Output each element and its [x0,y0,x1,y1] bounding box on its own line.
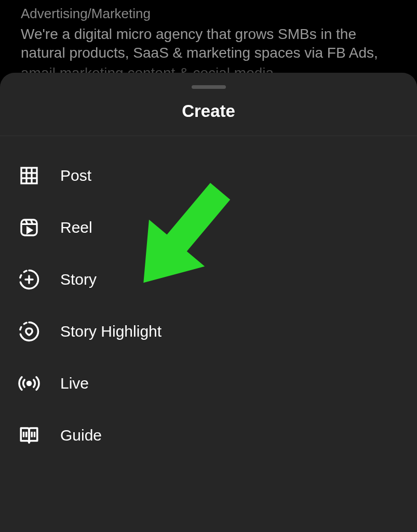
menu-label: Guide [60,427,102,444]
svg-rect-5 [21,220,37,235]
profile-background-text: Advertising/Marketing We're a digital mi… [21,5,396,83]
sheet-grabber[interactable] [192,85,226,89]
live-icon [18,372,41,395]
menu-item-post[interactable]: Post [0,150,417,202]
svg-rect-0 [21,168,37,183]
create-menu: Post Reel [0,136,417,461]
menu-label: Story [60,271,97,288]
reel-icon [18,216,41,239]
menu-label: Reel [60,219,92,236]
profile-description-line2: natural products, SaaS & marketing space… [21,44,396,62]
create-bottom-sheet: Create Post [0,73,417,532]
menu-label: Post [60,167,91,184]
story-plus-icon [18,268,41,291]
menu-item-reel[interactable]: Reel [0,202,417,254]
story-highlight-icon [18,320,41,343]
menu-item-live[interactable]: Live [0,357,417,409]
profile-description-line1: We're a digital micro agency that grows … [21,25,396,44]
menu-item-guide[interactable]: Guide [0,409,417,461]
menu-label: Story Highlight [60,323,162,340]
grid-icon [18,164,41,187]
svg-marker-9 [28,228,32,233]
profile-category: Advertising/Marketing [21,5,396,23]
svg-point-12 [28,382,31,385]
guide-icon [18,424,41,447]
menu-item-story-highlight[interactable]: Story Highlight [0,305,417,357]
menu-item-story[interactable]: Story [0,254,417,305]
menu-label: Live [60,375,89,392]
sheet-title: Create [0,101,417,136]
